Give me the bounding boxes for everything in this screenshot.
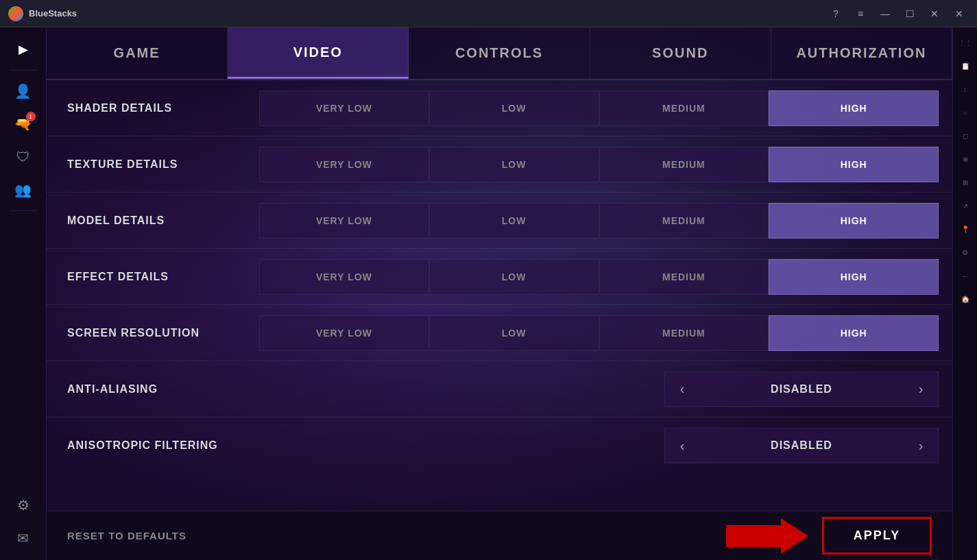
settings-table: SHADER DETAILS VERY LOW LOW MEDIUM HIGH … [47,80,952,511]
screen-resolution-options: VERY LOW LOW MEDIUM HIGH [259,315,939,351]
effect-details-label: EFFECT DETAILS [67,271,259,283]
tab-controls[interactable]: CONTROLS [409,27,590,79]
texture-details-options: VERY LOW LOW MEDIUM HIGH [259,147,939,182]
shader-details-row: SHADER DETAILS VERY LOW LOW MEDIUM HIGH [47,80,952,136]
texture-details-row: TEXTURE DETAILS VERY LOW LOW MEDIUM HIGH [47,136,952,193]
model-low-btn[interactable]: LOW [429,203,599,239]
app-title: BlueStacks [29,8,77,19]
right-icon-square[interactable]: ◻ [956,126,975,145]
sidebar-users-icon[interactable]: 👥 [8,175,38,205]
anti-aliasing-row: ANTI-ALIASING ‹ DISABLED › [47,361,952,417]
resolution-high-btn[interactable]: HIGH [769,315,939,351]
model-details-label: MODEL DETAILS [67,215,259,227]
titlebar: BlueStacks ? ≡ — ☐ ✕ ✕ [0,0,977,27]
right-icon-home[interactable]: 🏠 [956,289,975,308]
effect-details-row: EFFECT DETAILS VERY LOW LOW MEDIUM HIGH [47,249,952,305]
model-details-options: VERY LOW LOW MEDIUM HIGH [259,203,939,239]
shader-medium-btn[interactable]: MEDIUM [599,90,769,126]
model-high-btn[interactable]: HIGH [769,203,939,239]
shader-very-low-btn[interactable]: VERY LOW [259,90,429,126]
close-button-2[interactable]: ✕ [950,4,969,23]
sidebar-play-icon[interactable]: ▶ [8,34,38,64]
menu-button[interactable]: ≡ [851,4,870,23]
anisotropic-filtering-next-btn[interactable]: › [904,428,938,463]
left-sidebar: ▶ 👤 🔫 1 🛡 👥 ⚙ ✉ [0,27,47,560]
sidebar-mail-icon[interactable]: ✉ [8,523,38,553]
tab-sound[interactable]: SOUND [590,27,771,79]
anti-aliasing-label: ANTI-ALIASING [67,383,259,395]
close-button[interactable]: ✕ [925,4,944,23]
texture-low-btn[interactable]: LOW [429,147,599,182]
anisotropic-filtering-prev-btn[interactable]: ‹ [665,428,699,463]
texture-high-btn[interactable]: HIGH [769,147,939,182]
arrow-indicator [726,518,808,554]
right-icon-clipboard[interactable]: 📋 [956,56,975,75]
tab-game[interactable]: GAME [47,27,228,79]
texture-medium-btn[interactable]: MEDIUM [599,147,769,182]
content-area: GAME VIDEO CONTROLS SOUND AUTHORIZATION … [47,27,952,560]
anti-aliasing-value: DISABLED [699,383,904,395]
effect-very-low-btn[interactable]: VERY LOW [259,259,429,295]
model-details-row: MODEL DETAILS VERY LOW LOW MEDIUM HIGH [47,193,952,249]
sidebar-gun-icon[interactable]: 🔫 1 [8,109,38,139]
anisotropic-filtering-row: ANISOTROPIC FILTERING ‹ DISABLED › [47,417,952,474]
restore-button[interactable]: ☐ [900,4,919,23]
texture-details-label: TEXTURE DETAILS [67,158,259,171]
right-sidebar: ⋮⋮ 📋 ↕ ○ ◻ ⊕ ⊞ ↗ 📍 ⚙ ← 🏠 [952,27,977,560]
resolution-very-low-btn[interactable]: VERY LOW [259,315,429,351]
help-button[interactable]: ? [826,4,845,23]
right-icon-grid[interactable]: ⋮⋮ [956,33,975,52]
model-very-low-btn[interactable]: VERY LOW [259,203,429,239]
sidebar-divider-1 [10,70,37,71]
tab-authorization[interactable]: AUTHORIZATION [771,27,952,79]
arrow-head [781,518,808,554]
shader-details-label: SHADER DETAILS [67,102,259,114]
main-layout: ▶ 👤 🔫 1 🛡 👥 ⚙ ✉ GAME [0,27,977,560]
gun-badge: 1 [26,112,36,121]
anisotropic-filtering-label: ANISOTROPIC FILTERING [67,439,259,452]
effect-details-options: VERY LOW LOW MEDIUM HIGH [259,259,939,295]
right-icon-location[interactable]: 📍 [956,219,975,239]
anti-aliasing-prev-btn[interactable]: ‹ [665,372,699,407]
shader-details-options: VERY LOW LOW MEDIUM HIGH [259,90,939,126]
anti-aliasing-next-btn[interactable]: › [904,372,938,407]
right-icon-settings[interactable]: ⚙ [956,243,975,262]
resolution-low-btn[interactable]: LOW [429,315,599,351]
sidebar-user-icon[interactable]: 👤 [8,76,38,106]
screen-resolution-row: SCREEN RESOLUTION VERY LOW LOW MEDIUM HI… [47,305,952,361]
shader-low-btn[interactable]: LOW [429,90,599,126]
anti-aliasing-spinner: ‹ DISABLED › [259,372,939,407]
sidebar-divider-2 [10,210,37,211]
texture-very-low-btn[interactable]: VERY LOW [259,147,429,182]
effect-low-btn[interactable]: LOW [429,259,599,295]
sidebar-shield-icon[interactable]: 🛡 [8,142,38,172]
effect-medium-btn[interactable]: MEDIUM [599,259,769,295]
screen-resolution-label: SCREEN RESOLUTION [67,327,259,339]
tab-video[interactable]: VIDEO [228,27,409,79]
right-icon-resize[interactable]: ↕ [956,80,975,99]
right-icon-circle[interactable]: ○ [956,103,975,122]
sidebar-settings-icon[interactable]: ⚙ [8,490,38,520]
apply-button[interactable]: APPLY [822,517,932,555]
model-medium-btn[interactable]: MEDIUM [599,203,769,239]
tabs-container: GAME VIDEO CONTROLS SOUND AUTHORIZATION [47,27,952,80]
right-icon-add[interactable]: ⊕ [956,149,975,169]
app-logo [8,6,23,21]
minimize-button[interactable]: — [876,4,895,23]
right-icon-expand[interactable]: ↗ [956,196,975,215]
anisotropic-filtering-spinner: ‹ DISABLED › [259,428,939,463]
anisotropic-filtering-control: ‹ DISABLED › [664,428,939,463]
arrow-body [726,525,781,547]
bottom-bar: RESET TO DEFAULTS APPLY [47,511,952,560]
right-icon-grid2[interactable]: ⊞ [956,173,975,192]
anisotropic-filtering-value: DISABLED [699,439,904,452]
resolution-medium-btn[interactable]: MEDIUM [599,315,769,351]
reset-label: RESET TO DEFAULTS [67,530,186,541]
anti-aliasing-control: ‹ DISABLED › [664,372,939,407]
effect-high-btn[interactable]: HIGH [769,259,939,295]
right-icon-back[interactable]: ← [956,266,975,285]
bottom-right: APPLY [726,517,932,555]
shader-high-btn[interactable]: HIGH [769,90,939,126]
